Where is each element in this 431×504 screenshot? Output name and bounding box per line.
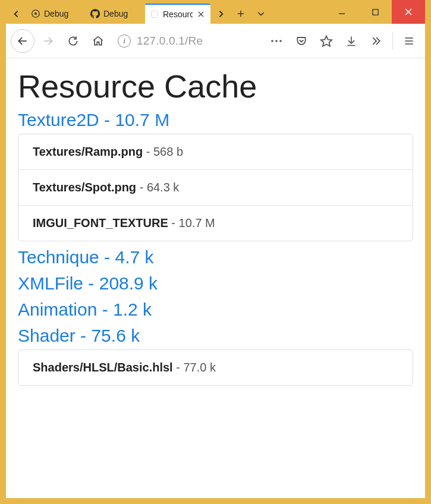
scroll-tabs-right-button[interactable] [210, 4, 231, 24]
close-tab-button[interactable] [196, 10, 206, 19]
tab-2[interactable]: Resourc [145, 4, 210, 24]
group-separator: - [75, 326, 92, 345]
page-actions-button[interactable] [265, 30, 288, 52]
resource-size: 568 b [153, 145, 183, 158]
close-window-button[interactable] [392, 0, 425, 24]
chevron-left-icon [11, 9, 21, 19]
resource-size: 10.7 M [179, 216, 215, 229]
titlebar: Debug Debug Resourc [6, 0, 425, 24]
browser-toolbar: i 127.0.0.1/Re [6, 24, 425, 58]
arrow-left-icon [17, 35, 29, 47]
circle-dot-icon [31, 9, 40, 18]
group-name: XMLFile [18, 273, 83, 293]
resource-list: Shaders/HLSL/Basic.hlsl - 77.0 k [18, 349, 413, 386]
svg-rect-2 [152, 11, 158, 18]
group-separator: - [99, 247, 115, 267]
url-text: 127.0.0.1/Re [137, 34, 203, 48]
tab-label: Debug [44, 9, 81, 18]
svg-marker-16 [321, 36, 332, 46]
tab-1[interactable]: Debug [86, 4, 145, 24]
maximize-button[interactable] [358, 0, 392, 24]
app-menu-button[interactable] [398, 30, 420, 52]
github-icon [90, 9, 100, 18]
home-button[interactable] [87, 30, 109, 52]
resource-row[interactable]: Textures/Ramp.png - 568 b [18, 134, 413, 169]
reader-mode-button[interactable] [290, 30, 313, 52]
forward-button[interactable] [37, 30, 59, 52]
svg-point-13 [271, 40, 273, 42]
group-size: 1.2 k [113, 300, 152, 319]
group-name: Technique [18, 247, 99, 267]
tab-label: Debug [103, 9, 140, 18]
group-size: 208.9 k [99, 273, 158, 293]
reload-button[interactable] [62, 30, 84, 52]
window-controls [325, 0, 425, 24]
resource-path: Textures/Ramp.png [33, 145, 143, 158]
group-name: Animation [18, 300, 97, 319]
resource-path: IMGUI_FONT_TEXTURE [33, 216, 168, 229]
resource-row[interactable]: Shaders/HLSL/Basic.hlsl - 77.0 k [18, 350, 413, 385]
page-content: Resource Cache Texture2D - 10.7 MTexture… [6, 58, 425, 498]
resource-row[interactable]: IMGUI_FONT_TEXTURE - 10.7 M [18, 205, 413, 241]
star-icon [320, 34, 333, 48]
blank-favicon-icon [150, 10, 159, 19]
new-tab-button[interactable] [231, 4, 251, 24]
ellipsis-icon [270, 39, 283, 43]
chevron-right-icon [216, 9, 226, 19]
list-all-tabs-button[interactable] [251, 4, 271, 24]
resource-separator: - [173, 361, 184, 374]
svg-point-1 [34, 12, 37, 15]
bookmark-button[interactable] [315, 30, 338, 52]
svg-point-15 [279, 40, 282, 42]
downloads-button[interactable] [340, 30, 363, 52]
resource-group-heading[interactable]: Animation - 1.2 k [18, 300, 413, 320]
resource-group-heading[interactable]: Technique - 4.7 k [18, 247, 413, 267]
resource-size: 77.0 k [183, 361, 215, 374]
group-size: 4.7 k [115, 247, 153, 267]
resource-group-heading[interactable]: Shader - 75.6 k [18, 326, 413, 346]
group-size: 75.6 k [91, 326, 140, 345]
minimize-button[interactable] [325, 0, 358, 24]
tab-label: Resourc [163, 10, 193, 19]
double-chevron-right-icon [370, 35, 382, 47]
resource-group-heading[interactable]: XMLFile - 208.9 k [18, 273, 413, 294]
svg-rect-8 [372, 9, 377, 14]
group-separator: - [97, 300, 113, 319]
home-icon [92, 35, 104, 47]
resource-path: Shaders/HLSL/Basic.hlsl [33, 361, 173, 374]
toolbar-separator [392, 32, 393, 50]
tab-0[interactable]: Debug [26, 4, 86, 24]
resource-row[interactable]: Textures/Spot.png - 64.3 k [18, 169, 413, 205]
resource-size: 64.3 k [147, 181, 179, 194]
svg-point-14 [275, 40, 278, 42]
group-name: Texture2D [18, 110, 99, 130]
site-info-icon[interactable]: i [118, 34, 131, 48]
chevron-down-icon [256, 9, 266, 18]
resource-separator: - [143, 145, 153, 158]
tab-strip: Debug Debug Resourc [6, 0, 325, 24]
plus-icon [236, 9, 246, 18]
group-size: 10.7 M [115, 110, 169, 130]
resource-path: Textures/Spot.png [33, 181, 136, 194]
reload-icon [67, 35, 79, 47]
group-name: Shader [18, 326, 75, 345]
address-bar[interactable]: i 127.0.0.1/Re [114, 30, 260, 52]
download-icon [345, 35, 357, 47]
group-separator: - [83, 273, 99, 293]
resource-group-heading[interactable]: Texture2D - 10.7 M [18, 110, 413, 130]
resource-list: Textures/Ramp.png - 568 bTextures/Spot.p… [18, 134, 413, 241]
resource-separator: - [168, 216, 179, 229]
overflow-button[interactable] [365, 30, 388, 52]
pocket-icon [295, 35, 307, 47]
back-button[interactable] [11, 29, 34, 53]
group-separator: - [99, 110, 115, 130]
scroll-tabs-left-button[interactable] [6, 4, 26, 24]
page-title: Resource Cache [18, 69, 413, 104]
arrow-right-icon [42, 35, 54, 47]
hamburger-icon [403, 35, 415, 47]
resource-separator: - [136, 181, 147, 194]
